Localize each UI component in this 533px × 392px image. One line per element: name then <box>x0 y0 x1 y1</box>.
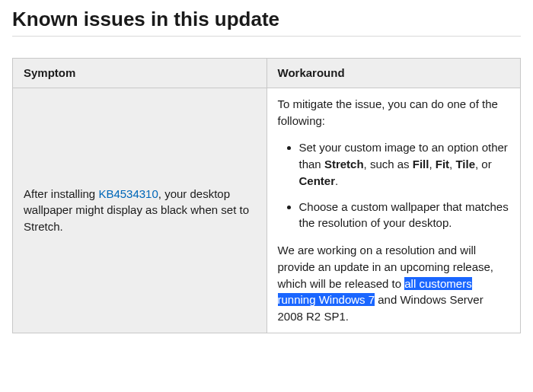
option-bold: Fill <box>413 158 429 171</box>
symptom-text-pre: After installing <box>24 187 98 200</box>
option-text: , or <box>475 158 492 171</box>
kb-link[interactable]: KB4534310 <box>98 187 158 200</box>
option-text: . <box>335 174 338 187</box>
workaround-footer: We are working on a resolution and will … <box>278 242 510 325</box>
section-heading: Known issues in this update <box>12 8 521 37</box>
option-bold: Fit <box>436 158 449 171</box>
workaround-intro: To mitigate the issue, you can do one of… <box>278 96 510 129</box>
workaround-cell: To mitigate the issue, you can do one of… <box>266 88 521 333</box>
workaround-options-list: Set your custom image to an option other… <box>278 139 510 231</box>
list-item: Choose a custom wallpaper that matches t… <box>299 199 510 232</box>
list-item: Set your custom image to an option other… <box>299 139 510 189</box>
column-header-workaround: Workaround <box>266 59 521 88</box>
option-text: , such as <box>364 158 413 171</box>
symptom-cell: After installing KB4534310, your desktop… <box>13 88 267 333</box>
option-bold: Tile <box>455 158 475 171</box>
option-text: , <box>429 158 435 171</box>
option-bold: Center <box>299 174 336 187</box>
option-bold: Stretch <box>324 158 364 171</box>
table-row: After installing KB4534310, your desktop… <box>13 88 521 333</box>
known-issues-table: Symptom Workaround After installing KB45… <box>12 58 521 333</box>
column-header-symptom: Symptom <box>13 59 267 88</box>
